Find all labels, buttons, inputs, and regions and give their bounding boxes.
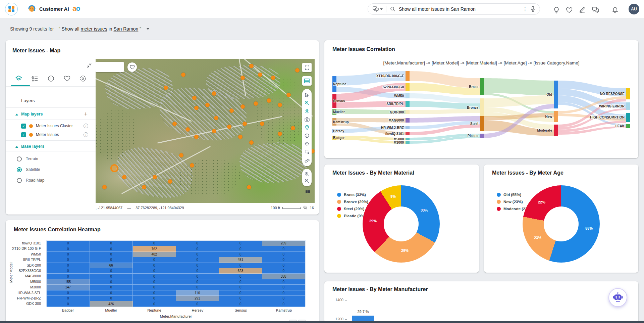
heatmap-cell[interactable]: 388 <box>262 274 306 279</box>
sankey-node-HR-WM-2-BRZ[interactable] <box>406 126 410 129</box>
sankey-link[interactable] <box>484 78 554 95</box>
zoom-out-icon[interactable] <box>305 179 309 183</box>
bell-icon[interactable] <box>612 7 618 13</box>
heatmap-cell[interactable]: 0 <box>47 301 90 307</box>
map-marker[interactable] <box>153 175 157 179</box>
street-view-icon[interactable] <box>305 109 310 114</box>
heatmap-cell[interactable]: 0 <box>219 296 262 301</box>
base-layer-terrain[interactable]: Terrain <box>6 154 96 163</box>
heatmap-cell[interactable]: 0 <box>47 246 90 251</box>
base-layer-road-map[interactable]: Road Map <box>6 176 96 185</box>
map-marker[interactable] <box>192 96 197 100</box>
sankey-node-XT10-DR-100-G-F[interactable] <box>406 71 410 81</box>
heatmap-cell[interactable]: 0 <box>133 301 176 307</box>
heatmap-cell[interactable]: 0 <box>262 296 306 301</box>
heatmap-cell[interactable]: 0 <box>133 257 176 263</box>
radio-unselected[interactable] <box>17 156 22 162</box>
map-marker[interactable] <box>214 116 218 120</box>
map-marker[interactable] <box>122 175 126 179</box>
heatmap-cell[interactable]: 0 <box>47 296 90 301</box>
assistant-button[interactable] <box>608 288 627 307</box>
heatmap-cell[interactable]: 0 <box>176 279 219 285</box>
sankey-node-HIGH CONSUMPTION[interactable] <box>626 113 630 122</box>
map-marker[interactable] <box>205 103 210 107</box>
map-marker[interactable] <box>243 122 247 126</box>
radio-selected[interactable] <box>17 167 22 172</box>
lightbulb-icon[interactable] <box>553 7 559 13</box>
heatmap-cell[interactable]: 147 <box>47 285 90 290</box>
heatmap-cell[interactable]: 0 <box>176 285 219 290</box>
heatmap-cell[interactable]: 0 <box>262 301 306 307</box>
heatmap-cell[interactable]: 0 <box>133 274 176 279</box>
heatmap-cell[interactable]: 0 <box>133 285 176 290</box>
heatmap-cell[interactable]: 0 <box>176 263 219 268</box>
chevron-down-icon[interactable] <box>147 28 149 30</box>
query-quote[interactable]: " Show all meter issues in San Ramon " <box>59 26 142 32</box>
heatmap-cell[interactable]: 0 <box>176 301 219 307</box>
map-marker[interactable] <box>102 185 107 189</box>
map-marker[interactable] <box>271 76 275 80</box>
heatmap-cell[interactable]: 0 <box>133 290 176 296</box>
heatmap-cell[interactable]: 762 <box>133 246 176 251</box>
heatmap-cell[interactable]: 0 <box>47 263 90 268</box>
heatmap-cell[interactable]: 0 <box>47 274 90 279</box>
heatmap-cell[interactable]: 155 <box>47 279 90 285</box>
legend-item[interactable]: Brass (33%) <box>337 193 368 197</box>
sankey-node-M5000[interactable] <box>406 138 410 140</box>
map-marker[interactable] <box>291 126 295 130</box>
pin-icon[interactable] <box>305 125 309 130</box>
heatmap-cell[interactable]: 0 <box>262 290 306 296</box>
heatmap-cell[interactable]: 66 <box>90 263 133 268</box>
map-marker[interactable] <box>168 179 172 184</box>
heatmap-cell[interactable]: 289 <box>262 241 306 246</box>
map-table-button[interactable] <box>302 76 312 86</box>
heatmap-cell[interactable]: 0 <box>90 246 133 251</box>
heatmap-cell[interactable]: 110 <box>176 290 219 296</box>
map-marker[interactable] <box>164 86 168 90</box>
map-marker[interactable] <box>172 122 177 126</box>
heatmap-cell[interactable]: 0 <box>133 268 176 274</box>
map-marker[interactable] <box>249 140 254 145</box>
sankey-node-GDX-300[interactable] <box>406 110 410 114</box>
map-marker[interactable] <box>194 135 199 139</box>
heatmap-cell[interactable]: 0 <box>262 252 306 257</box>
map-marker[interactable] <box>227 125 231 129</box>
sankey-node-S2PX338GG0[interactable] <box>406 83 410 91</box>
mic-icon[interactable] <box>530 6 535 12</box>
sankey-node-WM50[interactable] <box>406 93 410 98</box>
legend-item[interactable]: Old (55%) <box>497 193 532 197</box>
map-marker[interactable] <box>229 108 234 113</box>
heatmap-cell[interactable]: 0 <box>262 279 306 285</box>
heatmap-cell[interactable]: 0 <box>262 246 306 251</box>
heatmap-cell[interactable]: 0 <box>90 274 133 279</box>
donut-age-chart[interactable] <box>523 185 600 263</box>
map-marker[interactable] <box>286 93 291 97</box>
map-layers-group-header[interactable]: ▲ Map layers + <box>6 109 96 119</box>
zoom-in-icon[interactable] <box>305 172 309 177</box>
user-avatar[interactable]: AU <box>629 4 639 14</box>
heatmap-cell[interactable]: 0 <box>262 263 306 268</box>
heart-icon[interactable] <box>566 7 573 13</box>
sankey-link[interactable] <box>410 109 480 114</box>
sankey-node-Brass[interactable] <box>480 78 484 95</box>
heatmap-cell[interactable]: 0 <box>219 263 262 268</box>
checkbox-checked[interactable]: ✓ <box>21 132 26 137</box>
map-favorite-button[interactable] <box>127 62 137 72</box>
heatmap-cell[interactable]: 0 <box>90 268 133 274</box>
draw-shape-icon[interactable] <box>305 149 309 154</box>
crosshair-icon[interactable] <box>305 141 309 146</box>
grid-icon[interactable] <box>306 190 310 193</box>
sankey-node-New[interactable] <box>554 111 558 122</box>
heatmap-cell[interactable]: 0 <box>133 263 176 268</box>
sankey-node-LEAK[interactable] <box>626 124 630 128</box>
info-icon[interactable] <box>305 133 309 138</box>
heatmap-cell[interactable]: 0 <box>262 268 306 274</box>
search-bar[interactable]: Show all meter issues in San Ramon ⋮ <box>368 3 540 15</box>
heatmap-cell[interactable]: 0 <box>47 257 90 263</box>
heatmap-cell[interactable]: 0 <box>219 279 262 285</box>
tab-favorites[interactable] <box>64 76 70 82</box>
kebab-icon[interactable]: ⋮ <box>520 6 530 12</box>
heatmap-cell[interactable]: 0 <box>47 252 90 257</box>
heatmap-cell[interactable]: 291 <box>176 296 219 301</box>
search-input[interactable]: Show all meter issues in San Ramon <box>399 6 520 12</box>
